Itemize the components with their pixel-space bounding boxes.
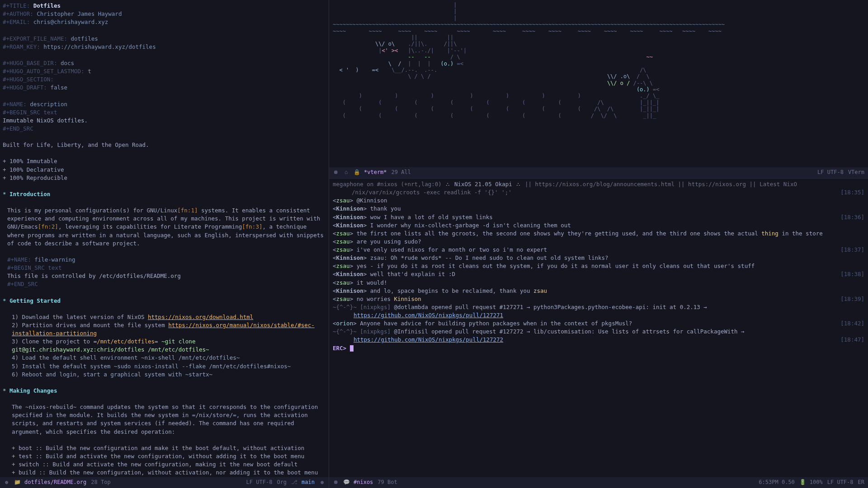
vterm-pane[interactable]: | | | ~~~~~~~~~~~~~~~~~~~~~~~~~~~~~~~~~~…: [329, 0, 868, 178]
chat-nick: Kinnison: [336, 287, 363, 294]
heading-making-changes: Making Changes: [9, 387, 57, 394]
lock-icon: 🔒: [354, 169, 359, 176]
chat-nick: zsau: [336, 296, 350, 302]
record-icon: ⏺: [333, 479, 339, 486]
buffer-name: #nixos: [354, 479, 373, 486]
footnote-ref[interactable]: [fn:2]: [38, 223, 58, 230]
buffer-pos: 28 Top: [91, 479, 110, 486]
timestamp: [18:38]: [840, 270, 864, 278]
erc-pane[interactable]: megaphone on #nixos (+nrt,lag:0) ⛬ NixOS…: [329, 178, 868, 488]
git-branch-icon: ⎇: [291, 479, 297, 486]
meta-key: #+EMAIL:: [3, 19, 30, 25]
git-branch: main: [302, 479, 315, 486]
doc-email: chris@chrishayward.xyz: [33, 19, 108, 25]
timestamp: [18:39]: [840, 295, 864, 303]
clock: 6:53PM 0.50: [759, 479, 794, 486]
heading-intro: Introduction: [9, 191, 50, 197]
chat-nick: Kinnison: [336, 271, 363, 277]
chat-nick: Kinnison: [336, 254, 363, 261]
modeline-vterm: ⏺ ⌂ 🔒 *vterm* 29 All LF UTF-8 VTerm: [329, 167, 868, 178]
chat-nick: zsau: [336, 197, 350, 204]
chat-nick: zsau: [336, 230, 350, 237]
dot-icon: ●: [319, 479, 325, 486]
record-icon: ⏺: [333, 169, 339, 176]
chat-nick: Kinnison: [336, 222, 363, 229]
timestamp: [18:37]: [840, 246, 864, 254]
footnote-ref[interactable]: [fn:3]: [242, 223, 262, 230]
pull-request-link[interactable]: https://github.com/NixOS/nixpkgs/pull/12…: [354, 336, 503, 343]
folder-icon: 📁: [14, 479, 20, 486]
chat-nick: zsau: [336, 246, 350, 253]
footnote-ref[interactable]: [fn:1]: [177, 207, 198, 214]
right-column: | | | ~~~~~~~~~~~~~~~~~~~~~~~~~~~~~~~~~~…: [329, 0, 868, 488]
modeline-editor: ● 📁 dotfiles/README.org 28 Top LF UTF-8 …: [0, 477, 329, 488]
circle-icon: ●: [4, 479, 9, 486]
doc-title: Dotfiles: [33, 2, 61, 9]
editor-pane: #+TITLE: Dotfiles #+AUTHOR: Christopher …: [0, 0, 329, 488]
ascii-art: | | | ~~~~~~~~~~~~~~~~~~~~~~~~~~~~~~~~~~…: [333, 2, 864, 119]
tagline: Built for Life, Liberty, and the Open Ro…: [3, 141, 326, 149]
input-cursor[interactable]: [350, 345, 354, 352]
org-document[interactable]: #+TITLE: Dotfiles #+AUTHOR: Christopher …: [3, 2, 326, 488]
meta-key: #+AUTHOR:: [3, 10, 33, 17]
chat-nick: orion: [336, 320, 354, 327]
buffer-name: *vterm*: [364, 169, 387, 176]
heading-getting-started: Getting Started: [9, 297, 61, 304]
meta-key: #+ROAM_KEY:: [3, 43, 40, 50]
home-icon: ⌂: [343, 169, 349, 176]
chat-nick: zsau: [336, 238, 350, 245]
buffer-name: dotfiles/README.org: [24, 479, 86, 486]
modeline-erc: ⏺ 💬 #nixos 79 Bot 6:53PM 0.50 🔋 100% LF …: [329, 477, 868, 488]
download-link[interactable]: https://nixos.org/download.html: [148, 314, 253, 320]
chat-nick: zsau: [336, 279, 350, 286]
battery-icon: 🔋: [799, 479, 805, 486]
meta-key: #+TITLE:: [3, 2, 30, 9]
chat-icon: 💬: [343, 479, 349, 486]
bot-nick: ~{^-^}~: [333, 304, 357, 310]
erc-prompt: ERC>: [333, 345, 346, 352]
pull-request-link[interactable]: https://github.com/NixOS/nixpkgs/pull/12…: [354, 312, 503, 319]
chat-nick: Kinnison: [336, 205, 363, 212]
chat-topic: megaphone on #nixos (+nrt,lag:0) ⛬ NixOS…: [333, 180, 864, 188]
timestamp: [18:36]: [840, 213, 864, 221]
doc-author: Christopher James Hayward: [37, 10, 122, 17]
timestamp: [18:35]: [840, 188, 864, 197]
chat-nick: Kinnison: [336, 214, 363, 221]
chat-nick: zsau: [336, 263, 350, 269]
meta-key: #+EXPORT_FILE_NAME:: [3, 35, 67, 42]
